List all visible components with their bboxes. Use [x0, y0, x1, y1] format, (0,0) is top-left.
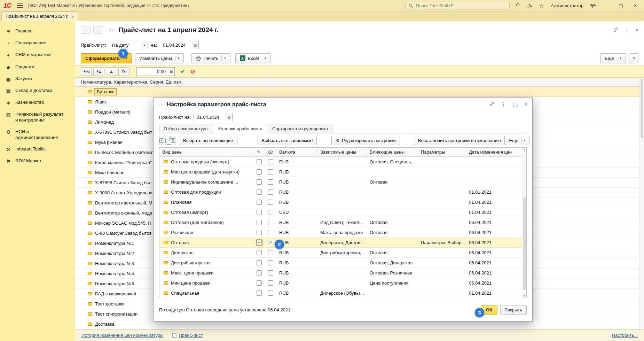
form-more-menu-icon[interactable]: ⋮: [624, 27, 630, 33]
price-type-row[interactable]: Розничная RUB Макс. цена продажи Оптовая…: [159, 227, 526, 238]
tab-close-icon[interactable]: ×: [71, 14, 74, 19]
price-type-row[interactable]: Специальная RUB Дилерское (Обувь)... 01.…: [159, 288, 526, 298]
nomenclature-column-header[interactable]: Номенклатура, Характеристика, Серия, Ед.…: [75, 78, 272, 86]
select-checkbox[interactable]: [257, 250, 262, 255]
tab-sorting-grouping[interactable]: Сортировка и группировка: [268, 124, 332, 133]
nomenclature-row[interactable]: Бутылка: [75, 87, 644, 97]
calendar-icon[interactable]: ▦: [226, 113, 232, 121]
scroll-down-icon[interactable]: ▼: [523, 295, 526, 297]
price-type-row[interactable]: Дистрибьюторская RUB Оптовая; Дилерская …: [159, 258, 526, 268]
select-checkbox[interactable]: [257, 290, 262, 296]
amount-input[interactable]: 0,00 ▦: [136, 67, 175, 76]
price-type-row[interactable]: Мин цена продажи (для закупки) RUB: [159, 167, 526, 177]
formula-button[interactable]: fx: [118, 67, 129, 76]
scrollbar-thumb[interactable]: [523, 197, 526, 290]
main-menu-icon[interactable]: [15, 2, 24, 9]
visibility-checkbox[interactable]: [268, 220, 273, 225]
sidebar-item[interactable]: ▣ Закупки: [0, 73, 75, 85]
visibility-checkbox[interactable]: [268, 240, 273, 245]
col-date-changed[interactable]: Дата изменения цен: [466, 148, 526, 156]
sidebar-item[interactable]: ▦ Склад и доставка: [0, 85, 75, 97]
visibility-checkbox[interactable]: [268, 210, 273, 215]
favorite-star-icon[interactable]: ☆: [109, 26, 114, 34]
dialog-close-icon[interactable]: ×: [524, 102, 527, 107]
price-type-row[interactable]: Оптовая для продукции RUB 01.01.2021: [159, 187, 526, 197]
cancel-icon[interactable]: ⊘: [190, 68, 195, 75]
sidebar-item[interactable]: ≡ Главное: [0, 25, 75, 37]
sidebar-item[interactable]: ◕ CRM и маркетинг: [0, 49, 75, 61]
configure-link[interactable]: Настроить...: [612, 333, 638, 338]
calculator-icon[interactable]: ▦: [168, 68, 174, 76]
add-percent-button[interactable]: +%: [81, 67, 92, 76]
change-prices-button[interactable]: Изменить цены ▾: [135, 53, 184, 63]
chevron-down-icon[interactable]: ▾: [175, 55, 180, 61]
select-checkbox[interactable]: [257, 159, 262, 164]
select-checkbox[interactable]: [257, 169, 262, 175]
excel-button[interactable]: X Excel ▾: [235, 53, 271, 63]
close-window-button[interactable]: ×: [630, 0, 641, 11]
pricelist-link[interactable]: Прайс-лист: [179, 333, 203, 338]
visibility-checkbox[interactable]: [268, 250, 273, 255]
visibility-checkbox[interactable]: [268, 280, 273, 286]
price-type-row[interactable]: Оптовые продажи (экспорт) EUR Оптовая; С…: [159, 157, 526, 167]
sidebar-item[interactable]: ◔ Планирование: [0, 37, 75, 49]
form-close-icon[interactable]: ×: [635, 27, 638, 33]
price-type-row[interactable]: Индивидуальное соглашение ... RUB Оптова…: [159, 177, 526, 187]
calendar-icon[interactable]: ▦: [192, 41, 198, 49]
edit-settings-button[interactable]: ⚙ Редактировать настройки: [331, 136, 400, 145]
scroll-up-icon[interactable]: ▲: [523, 148, 526, 151]
sidebar-item[interactable]: ▥ Финансовый результат и контроллинг: [0, 109, 75, 126]
select-checkbox[interactable]: [257, 260, 262, 265]
vertical-scrollbar[interactable]: [639, 78, 644, 329]
tab-nomenclature-filter[interactable]: Отбор номенклатуры: [159, 124, 213, 133]
select-checkbox[interactable]: [257, 280, 262, 286]
get-link-icon[interactable]: [613, 27, 619, 33]
select-checkbox[interactable]: [257, 220, 262, 225]
price-column-header[interactable]: [272, 78, 644, 86]
scrollbar-thumb[interactable]: [641, 79, 643, 138]
history-clock-icon[interactable]: ◷: [526, 3, 533, 8]
sidebar-item[interactable]: ◆ Продажи: [0, 61, 75, 73]
tab-pricelist[interactable]: Прайс-лист на 1 апреля 2024 г. ×: [1, 11, 78, 21]
global-search-input[interactable]: Поиск Ctrl+Shift+F: [405, 2, 510, 9]
dialog-more-menu-icon[interactable]: ⋮: [501, 102, 506, 107]
col-params[interactable]: Параметры: [418, 148, 466, 156]
visibility-checkbox[interactable]: [268, 290, 273, 296]
current-user[interactable]: Администратор: [551, 3, 583, 8]
maximize-button[interactable]: ▢: [615, 0, 626, 11]
pricelist-mode-select[interactable]: На дату ▾: [109, 41, 148, 49]
clear-all-flags-button[interactable]: [165, 136, 170, 145]
sidebar-item[interactable]: ⚙ НСИ и администрирование: [0, 126, 75, 144]
visibility-checkbox[interactable]: [268, 270, 273, 276]
sum-button[interactable]: Σ: [106, 67, 117, 76]
col-price-type[interactable]: Вид цены: [159, 148, 253, 156]
favorite-star-icon[interactable]: ☆: [158, 101, 163, 108]
close-dialog-button[interactable]: Закрыть: [500, 305, 527, 315]
print-button[interactable]: Печать ▾: [191, 53, 230, 63]
eye-icon[interactable]: [265, 148, 276, 156]
restore-defaults-button[interactable]: Восстановить настройки по умолчанию: [414, 136, 505, 145]
minimize-button[interactable]: –: [601, 0, 611, 11]
visibility-checkbox[interactable]: [268, 159, 273, 164]
price-type-row[interactable]: Плановая RUB 01.04.2021: [159, 197, 526, 207]
price-history-link[interactable]: История изменения цен номенклатуры: [81, 333, 163, 338]
notifications-bell-icon[interactable]: [514, 3, 521, 9]
forward-button[interactable]: →: [93, 26, 103, 34]
col-influencing[interactable]: Влияющие цены: [367, 148, 418, 156]
help-button[interactable]: ?: [629, 53, 638, 63]
price-type-row[interactable]: Дилерская RUB Дистрибьюторская;... Оптов…: [159, 248, 526, 258]
select-all-dependent-button[interactable]: Выбрать все зависимые: [258, 136, 317, 145]
col-currency[interactable]: Валюта: [276, 148, 317, 156]
price-type-row[interactable]: Оптовая RUB Дилерская; Дистри... Парамет…: [159, 238, 526, 248]
price-type-row[interactable]: Оптовая (для магазинов) RUB Инд (Свет); …: [159, 217, 526, 227]
service-settings-icon[interactable]: [589, 3, 597, 8]
visibility-checkbox[interactable]: [268, 179, 273, 185]
sidebar-item[interactable]: ⚑ RDV Маркет: [0, 155, 75, 167]
visibility-checkbox[interactable]: [268, 200, 273, 205]
price-type-row[interactable]: Макс. цена продажи RUB Оптовая; Рознична…: [159, 268, 526, 278]
dialog-maximize-icon[interactable]: ▢: [513, 102, 518, 107]
back-button[interactable]: ←: [81, 26, 91, 34]
price-type-row[interactable]: Оптовая (импорт) USD 01.04.2021: [159, 207, 526, 217]
table-scrollbar[interactable]: ▲ ▼: [522, 148, 526, 298]
select-checkbox[interactable]: [257, 270, 262, 276]
